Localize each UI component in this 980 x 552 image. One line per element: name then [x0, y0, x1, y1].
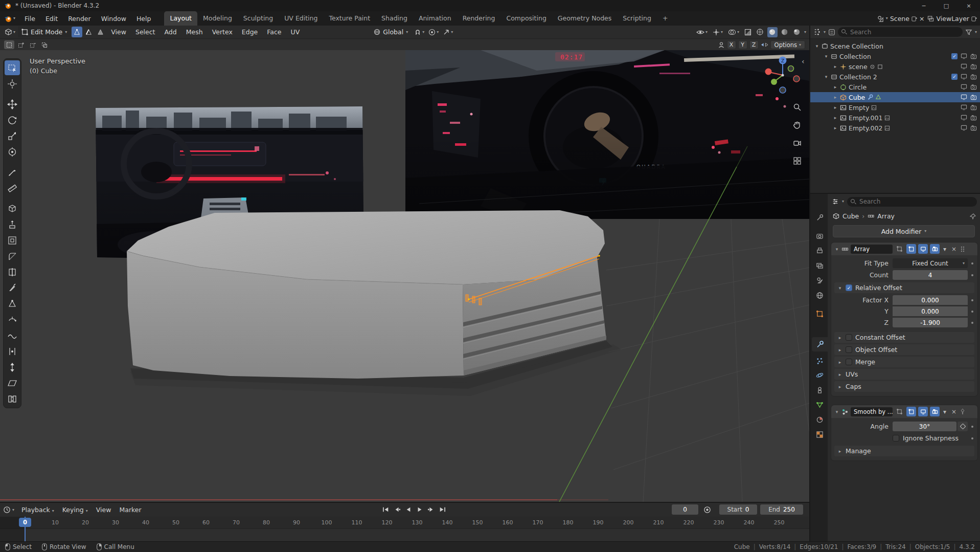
edge-select-mode-button[interactable]: [83, 27, 94, 37]
menu-render[interactable]: Render: [63, 11, 96, 26]
snap-target-dropdown[interactable]: ▾: [441, 27, 454, 37]
unlink-scene-icon[interactable]: ×: [919, 15, 924, 23]
hide-viewport-icon[interactable]: [961, 63, 967, 70]
outliner-row-collection[interactable]: ▾ Collection ✓: [810, 51, 980, 61]
options-dropdown[interactable]: Options▾: [770, 40, 805, 49]
merge-header[interactable]: ▸ Merge: [834, 357, 974, 367]
filter-icon[interactable]: [965, 29, 972, 36]
editor-type-chevron[interactable]: ▾: [824, 30, 826, 34]
shading-dropdown[interactable]: ▾: [804, 30, 806, 34]
shading-rendered-button[interactable]: [792, 27, 802, 37]
breadcrumb-object[interactable]: Cube: [842, 212, 859, 220]
tool-add-cube[interactable]: [5, 201, 20, 216]
pin-icon[interactable]: [960, 408, 965, 415]
tab-sculpting[interactable]: Sculpting: [238, 11, 279, 26]
transform-orientation-dropdown[interactable]: Global ▾: [370, 27, 412, 37]
tool-smooth[interactable]: [5, 328, 20, 343]
tab-animation[interactable]: Animation: [413, 11, 457, 26]
tab-output[interactable]: [812, 244, 828, 258]
next-keyframe-button[interactable]: [426, 505, 436, 514]
factor-y-field[interactable]: 0.000: [893, 306, 968, 316]
tab-modifiers[interactable]: [812, 337, 828, 351]
hide-render-icon[interactable]: [970, 125, 977, 131]
tool-extrude-region[interactable]: [5, 217, 20, 232]
constant-offset-checkbox[interactable]: [846, 334, 852, 341]
close-button[interactable]: ×: [958, 0, 980, 11]
show-gizmo-toggle[interactable]: ▾: [711, 27, 724, 37]
tab-physics[interactable]: [812, 368, 828, 382]
hide-render-icon[interactable]: [970, 115, 977, 121]
select-subtract-mode-button[interactable]: [28, 40, 38, 49]
hide-viewport-icon[interactable]: [961, 53, 967, 59]
pin-icon[interactable]: [970, 213, 976, 219]
tool-bevel[interactable]: [5, 249, 20, 263]
gizmo-z-neg-axis[interactable]: [780, 87, 786, 93]
hide-render-icon[interactable]: [970, 104, 977, 111]
properties-search-input[interactable]: [847, 197, 977, 207]
cube-mesh[interactable]: [127, 210, 621, 396]
filter-chevron[interactable]: ▾: [975, 30, 977, 34]
menu-view[interactable]: View: [107, 28, 130, 36]
add-workspace-button[interactable]: +: [657, 11, 673, 26]
outliner-editor-icon[interactable]: [813, 28, 821, 36]
animate-decorator[interactable]: [971, 299, 973, 301]
playhead-handle[interactable]: 0: [19, 518, 31, 527]
tool-edge-slide[interactable]: [5, 344, 20, 359]
outliner-row-circle[interactable]: ▸ Circle: [810, 82, 980, 92]
sidebar-toggle[interactable]: ‹: [802, 57, 805, 65]
show-overlays-toggle[interactable]: ▾: [726, 27, 741, 37]
display-mode-icon[interactable]: [828, 29, 835, 36]
menu-keying[interactable]: Keying ▾: [58, 506, 92, 514]
hide-viewport-icon[interactable]: [961, 84, 967, 90]
timeline-track[interactable]: [0, 529, 809, 542]
mode-dropdown[interactable]: Edit Mode ▾: [18, 27, 71, 37]
vertex-select-mode-button[interactable]: [72, 27, 82, 37]
menu-edge[interactable]: Edge: [238, 28, 262, 36]
xray-toggle[interactable]: [743, 27, 753, 37]
hide-viewport-icon[interactable]: [961, 94, 967, 100]
tab-scripting[interactable]: Scripting: [617, 11, 657, 26]
face-select-mode-button[interactable]: [95, 27, 106, 37]
animate-decorator[interactable]: [971, 262, 973, 264]
show-edit-mode-toggle[interactable]: [906, 407, 916, 416]
maximize-button[interactable]: □: [935, 0, 958, 11]
smooth-modifier-header[interactable]: ▾ Smooth by ... ▾ ×: [831, 405, 977, 418]
hide-render-icon[interactable]: [970, 53, 977, 59]
menu-add[interactable]: Add: [161, 28, 181, 36]
menu-marker[interactable]: Marker: [115, 506, 145, 514]
input-attribute-toggle[interactable]: [958, 422, 968, 431]
tool-cursor[interactable]: [5, 76, 20, 91]
animate-decorator[interactable]: [971, 426, 973, 428]
factor-z-field[interactable]: -1.900: [893, 318, 968, 327]
modifier-close-button[interactable]: ×: [950, 246, 958, 253]
outliner-row-empty-001[interactable]: ▸ Empty.001: [810, 113, 980, 123]
tool-rotate[interactable]: [5, 113, 20, 127]
mirror-y-toggle[interactable]: Y: [738, 40, 747, 49]
outliner-row-cube[interactable]: ▸ Cube: [810, 92, 980, 102]
animate-decorator[interactable]: [971, 311, 973, 313]
tab-world[interactable]: [812, 288, 828, 302]
gizmo-y-axis[interactable]: [771, 79, 777, 85]
array-modifier-header[interactable]: ▾ Array ▾ ×: [831, 242, 977, 255]
navigation-gizmo[interactable]: Z: [763, 54, 803, 97]
tool-spin[interactable]: [5, 312, 20, 327]
timeline-editor-icon[interactable]: [3, 506, 11, 514]
select-set-mode-button[interactable]: [4, 40, 14, 49]
reference-image-right[interactable]: 02:17 QUADRA: [405, 50, 809, 219]
modifier-close-button[interactable]: ×: [950, 408, 958, 415]
hide-viewport-icon[interactable]: [961, 104, 967, 111]
tool-shrink-fatten[interactable]: [5, 360, 20, 374]
hide-render-icon[interactable]: [970, 74, 977, 80]
select-extend-mode-button[interactable]: [16, 40, 26, 49]
menu-uv[interactable]: UV: [287, 28, 304, 36]
outliner-row-empty[interactable]: ▸ Empty: [810, 102, 980, 113]
jump-to-start-button[interactable]: [381, 505, 391, 514]
ignore-sharpness-checkbox[interactable]: [893, 435, 899, 441]
menu-window[interactable]: Window: [96, 11, 131, 26]
outliner-search[interactable]: [838, 27, 963, 37]
symmetry-icon[interactable]: [761, 41, 768, 48]
outliner-search-input[interactable]: [838, 27, 963, 37]
blender-app-menu[interactable]: ▾: [0, 11, 19, 26]
on-cage-toggle[interactable]: [895, 244, 904, 254]
tab-material[interactable]: [812, 412, 828, 427]
